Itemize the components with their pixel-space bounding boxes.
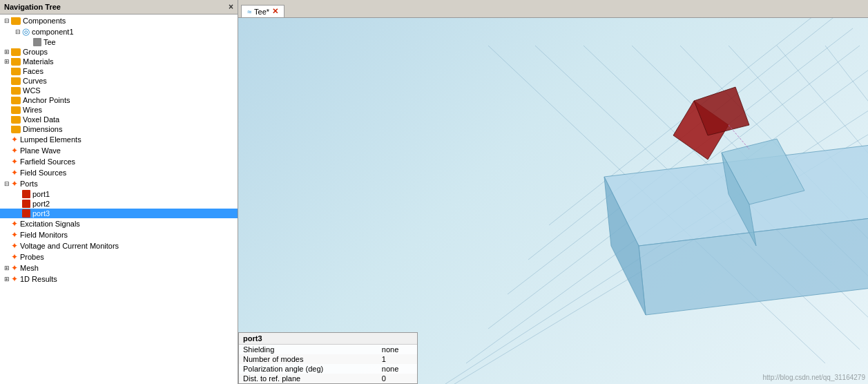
tree-item-port1[interactable]: port1	[0, 189, 238, 199]
tree-item-groups[interactable]: ⊞Groups	[0, 47, 238, 57]
expand-button-components[interactable]: ⊟	[3, 17, 11, 25]
expand-button-component1[interactable]: ⊟	[14, 28, 22, 36]
tree-item-voltage-current-monitors[interactable]: ✦Voltage and Current Monitors	[0, 240, 238, 251]
tree-icon-materials	[11, 58, 21, 66]
port-info-title: port3	[239, 333, 417, 345]
tree-label-dimensions: Dimensions	[23, 125, 62, 133]
tree-label-port2: port2	[32, 200, 50, 208]
nav-tree: ⊟Components⊟◎component1Tee⊞Groups⊞Materi…	[0, 15, 238, 384]
tree-icon-port3	[22, 209, 30, 218]
tree-label-anchor-points: Anchor Points	[23, 96, 70, 104]
tree-item-farfield-sources[interactable]: ✦Farfield Sources	[0, 156, 238, 167]
tree-label-port3: port3	[32, 209, 50, 218]
right-panel: ≈ Tee* ✕	[238, 0, 868, 384]
tree-item-curves[interactable]: Curves	[0, 76, 238, 86]
port-info-row: Polarization angle (deg)none	[239, 364, 417, 374]
tree-icon-component1: ◎	[22, 26, 30, 37]
tree-label-port1: port1	[32, 190, 50, 198]
tree-icon-tee	[33, 38, 41, 46]
tree-icon-groups	[11, 48, 21, 56]
port-info-row: Dist. to ref. plane0	[239, 374, 417, 383]
tree-icon-plane-wave: ✦	[11, 146, 18, 155]
tree-label-mesh: Mesh	[20, 264, 39, 272]
tab-bar: ≈ Tee* ✕	[238, 0, 868, 18]
port-info-value: none	[378, 345, 417, 354]
port-info-table: ShieldingnoneNumber of modes1Polarizatio…	[239, 345, 417, 383]
port-info-row: Number of modes1	[239, 354, 417, 364]
tree-label-probes: Probes	[20, 253, 44, 261]
tree-item-plane-wave[interactable]: ✦Plane Wave	[0, 145, 238, 156]
port-info-key: Dist. to ref. plane	[239, 374, 378, 383]
tree-icon-components	[11, 17, 21, 25]
tree-label-faces: Faces	[23, 67, 44, 75]
expand-button-materials[interactable]: ⊞	[3, 57, 11, 66]
3d-viewport[interactable]: port3 ShieldingnoneNumber of modes1Polar…	[238, 18, 868, 384]
tree-icon-probes: ✦	[11, 252, 18, 262]
tree-label-excitation-signals: Excitation Signals	[20, 220, 80, 228]
navigation-panel: Navigation Tree × ⊟Components⊟◎component…	[0, 0, 238, 384]
tree-label-wcs: WCS	[23, 86, 41, 95]
watermark: http://blog.csdn.net/qq_31164279	[763, 374, 865, 381]
tree-item-anchor-points[interactable]: Anchor Points	[0, 95, 238, 105]
tree-item-faces[interactable]: Faces	[0, 66, 238, 76]
tree-icon-voltage-current-monitors: ✦	[11, 241, 18, 251]
tree-icon-curves	[11, 77, 21, 85]
tree-item-excitation-signals[interactable]: ✦Excitation Signals	[0, 218, 238, 229]
port-info-row: Shieldingnone	[239, 345, 417, 354]
port-info-key: Polarization angle (deg)	[239, 364, 378, 374]
tree-label-groups: Groups	[23, 48, 48, 56]
tree-label-field-sources: Field Sources	[20, 169, 66, 177]
nav-close-button[interactable]: ×	[229, 2, 233, 12]
tree-label-component1: component1	[32, 28, 74, 36]
tree-item-port2[interactable]: port2	[0, 199, 238, 209]
tab-icon: ≈	[247, 8, 251, 16]
tree-icon-field-monitors: ✦	[11, 230, 18, 240]
tree-label-components: Components	[23, 17, 66, 25]
tree-item-wcs[interactable]: WCS	[0, 86, 238, 95]
tree-icon-wires	[11, 106, 21, 114]
tree-item-field-sources[interactable]: ✦Field Sources	[0, 167, 238, 178]
tree-label-materials: Materials	[23, 57, 54, 66]
tree-icon-wcs	[11, 87, 21, 95]
tree-label-farfield-sources: Farfield Sources	[20, 157, 75, 166]
expand-button-1d-results[interactable]: ⊞	[3, 275, 11, 283]
port-info-value: 0	[378, 374, 417, 383]
grid-canvas	[238, 18, 868, 384]
tree-icon-ports: ✦	[11, 179, 18, 189]
tree-item-voxel-data[interactable]: Voxel Data	[0, 115, 238, 124]
tree-icon-anchor-points	[11, 97, 21, 104]
tree-label-field-monitors: Field Monitors	[20, 231, 68, 239]
tree-label-wires: Wires	[23, 106, 42, 114]
tree-item-mesh[interactable]: ⊞✦Mesh	[0, 262, 238, 273]
tree-item-components[interactable]: ⊟Components	[0, 16, 238, 26]
tree-item-1d-results[interactable]: ⊞✦1D Results	[0, 273, 238, 285]
tree-label-1d-results: 1D Results	[20, 275, 57, 283]
port-info-key: Number of modes	[239, 354, 378, 364]
tree-item-lumped-elements[interactable]: ✦Lumped Elements	[0, 134, 238, 145]
nav-title: Navigation Tree	[4, 3, 61, 11]
expand-button-mesh[interactable]: ⊞	[3, 264, 11, 272]
tree-item-tee[interactable]: Tee	[0, 37, 238, 47]
tree-item-ports[interactable]: ⊟✦Ports	[0, 178, 238, 189]
tree-item-port3[interactable]: port3	[0, 209, 238, 218]
tree-label-voxel-data: Voxel Data	[23, 115, 59, 124]
tree-icon-mesh: ✦	[11, 263, 18, 273]
tree-item-wires[interactable]: Wires	[0, 105, 238, 115]
port-info-value: none	[378, 364, 417, 374]
tree-icon-excitation-signals: ✦	[11, 219, 18, 229]
tree-label-curves: Curves	[23, 77, 47, 85]
svg-line-26	[729, 125, 749, 149]
tree-icon-1d-results: ✦	[11, 274, 18, 284]
tree-item-probes[interactable]: ✦Probes	[0, 251, 238, 262]
tree-item-component1[interactable]: ⊟◎component1	[0, 26, 238, 37]
expand-button-groups[interactable]: ⊞	[3, 48, 11, 56]
tree-icon-port2	[22, 200, 30, 208]
tree-item-dimensions[interactable]: Dimensions	[0, 124, 238, 134]
tree-label-voltage-current-monitors: Voltage and Current Monitors	[20, 242, 119, 250]
tab-close-button[interactable]: ✕	[272, 7, 278, 16]
tree-item-materials[interactable]: ⊞Materials	[0, 57, 238, 66]
expand-button-ports[interactable]: ⊟	[3, 180, 11, 188]
tree-item-field-monitors[interactable]: ✦Field Monitors	[0, 229, 238, 240]
tree-label-ports: Ports	[20, 180, 38, 188]
tab-tee[interactable]: ≈ Tee* ✕	[241, 5, 284, 17]
